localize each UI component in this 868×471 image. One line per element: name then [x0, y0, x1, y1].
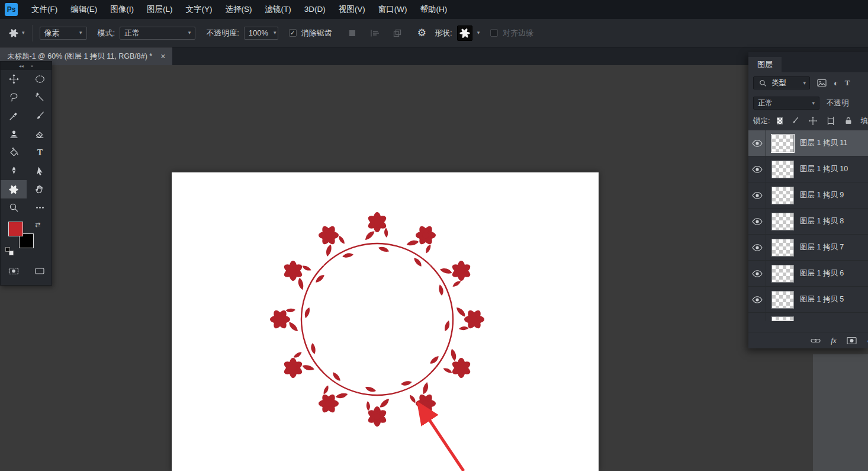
path-selection-tool[interactable]	[27, 162, 53, 180]
path-arrangement-icon[interactable]	[391, 27, 403, 39]
layer-row[interactable]: 图层 1 拷贝 6	[748, 261, 868, 287]
draw-mode-select[interactable]: 像素 ▾	[40, 27, 87, 40]
eraser-tool[interactable]	[27, 125, 53, 143]
tab-close-icon[interactable]: ×	[160, 52, 165, 61]
visibility-toggle[interactable]	[748, 156, 766, 182]
filter-type-icon[interactable]: T	[845, 78, 850, 88]
gear-icon[interactable]: ⚙	[417, 28, 426, 38]
collapse-panel-icon[interactable]: ◂◂	[19, 63, 24, 69]
blend-mode-select[interactable]: 正常 ▾	[120, 27, 195, 40]
close-panel-icon[interactable]: ×	[31, 63, 34, 69]
caret-down-icon[interactable]: ▾	[477, 30, 480, 36]
menu-select[interactable]: 选择(S)	[219, 0, 259, 19]
layer-thumbnail[interactable]	[771, 213, 794, 230]
visibility-toggle[interactable]	[748, 235, 766, 260]
path-alignment-icon[interactable]	[369, 27, 381, 39]
menu-type[interactable]: 文字(Y)	[179, 0, 219, 19]
layer-thumbnail[interactable]	[771, 239, 794, 257]
menu-layer[interactable]: 图层(L)	[140, 0, 179, 19]
visibility-toggle[interactable]	[748, 313, 766, 321]
layer-thumbnail[interactable]	[771, 265, 794, 283]
menu-edit[interactable]: 编辑(E)	[64, 0, 104, 19]
layer-row[interactable]: 图层 1 拷贝 8	[748, 209, 868, 235]
pen-tool[interactable]	[1, 162, 27, 180]
swap-colors-icon[interactable]: ⇄	[35, 221, 40, 229]
lock-transparency-icon[interactable]	[777, 117, 782, 124]
link-layers-icon[interactable]	[810, 335, 821, 346]
lock-row: 锁定: 填	[748, 113, 868, 130]
lock-pixels-icon[interactable]	[790, 116, 801, 126]
layer-row[interactable]: 图层 1 拷贝 5	[748, 287, 868, 313]
menu-filter[interactable]: 滤镜(T)	[259, 0, 298, 19]
lock-artboard-icon[interactable]	[825, 116, 836, 126]
more-tools-icon[interactable]	[27, 198, 53, 217]
align-edges-checkbox[interactable]	[490, 29, 498, 37]
menu-help[interactable]: 帮助(H)	[413, 0, 454, 19]
annotation-arrow	[406, 394, 471, 471]
layer-filter-select[interactable]: 类型 ▾	[753, 76, 810, 89]
menu-view[interactable]: 视图(V)	[332, 0, 372, 19]
layer-row[interactable]: 图层 1 拷贝 11	[748, 130, 868, 156]
path-operations-icon[interactable]	[346, 27, 358, 39]
menu-window[interactable]: 窗口(W)	[372, 0, 414, 19]
layer-row[interactable]: 图层 1 拷贝 10	[748, 156, 868, 182]
layers-panel-tab[interactable]: 图层	[748, 57, 782, 72]
layer-thumbnail[interactable]	[771, 161, 794, 178]
layer-thumbnail[interactable]	[771, 291, 794, 309]
screen-mode-icon[interactable]	[27, 262, 53, 280]
layers-panel: 图层 类型 ▾ ◐ T 正常 ▾ 不透明 锁定:	[748, 52, 868, 348]
layer-thumbnail[interactable]	[771, 316, 794, 321]
photoshop-logo-icon[interactable]: Ps	[5, 3, 18, 16]
tool-preset-picker[interactable]: ▾	[8, 28, 25, 39]
visibility-toggle[interactable]	[748, 287, 766, 312]
move-tool[interactable]	[1, 70, 27, 88]
layer-blend-mode-value: 正常	[758, 98, 773, 108]
foreground-color-swatch[interactable]	[8, 222, 23, 236]
tools-panel: ◂◂ ×	[0, 61, 52, 286]
layer-thumbnail[interactable]	[771, 134, 794, 152]
menu-image[interactable]: 图像(I)	[104, 0, 140, 19]
caret-down-icon: ▾	[22, 30, 25, 36]
brush-tool[interactable]	[27, 107, 53, 125]
lock-all-icon[interactable]	[843, 116, 854, 126]
panel-tab-bar: 图层	[748, 52, 868, 72]
lock-position-icon[interactable]	[808, 116, 818, 126]
layer-mask-icon[interactable]	[847, 335, 857, 346]
layer-style-icon[interactable]: fx	[831, 336, 836, 345]
default-colors-icon[interactable]	[5, 247, 14, 255]
custom-shape-tool[interactable]	[1, 180, 27, 198]
menu-3d[interactable]: 3D(D)	[298, 0, 332, 19]
layer-thumbnail[interactable]	[771, 187, 794, 204]
layer-name: 图层 1 拷贝 8	[800, 216, 844, 226]
menu-file[interactable]: 文件(F)	[25, 0, 64, 19]
filter-adjustment-icon[interactable]: ◐	[834, 79, 838, 87]
layer-blend-mode-select[interactable]: 正常 ▾	[753, 97, 819, 110]
antialias-checkbox[interactable]: ✓	[289, 29, 297, 37]
document-canvas[interactable]	[172, 172, 599, 471]
quick-mask-mode-icon[interactable]	[1, 262, 27, 280]
clone-stamp-tool[interactable]	[1, 125, 27, 143]
layer-row[interactable]: 图层 1 拷贝 7	[748, 235, 868, 261]
zoom-tool[interactable]	[1, 198, 27, 217]
draw-mode-value: 像素	[44, 28, 60, 39]
filter-image-icon[interactable]	[816, 78, 827, 88]
visibility-toggle[interactable]	[748, 182, 766, 208]
visibility-toggle[interactable]	[748, 261, 766, 286]
eyedropper-tool[interactable]	[1, 107, 27, 125]
opacity-select[interactable]: 100% ▾	[244, 27, 278, 40]
caret-down-icon: ▾	[274, 30, 277, 36]
layer-row[interactable]: 图层 1 拷贝 9	[748, 182, 868, 209]
layer-row[interactable]	[748, 313, 868, 321]
magic-wand-tool[interactable]	[27, 88, 53, 107]
elliptical-marquee-tool[interactable]	[27, 70, 53, 88]
lasso-tool[interactable]	[1, 88, 27, 107]
color-swatches: ⇄	[1, 219, 52, 262]
layer-filter-row: 类型 ▾ ◐ T	[748, 72, 868, 94]
shape-picker-swatch[interactable]	[457, 25, 472, 41]
paint-bucket-tool[interactable]	[1, 143, 27, 162]
hand-tool[interactable]	[27, 180, 53, 198]
tools-panel-header[interactable]: ◂◂ ×	[1, 62, 52, 70]
type-tool[interactable]: T	[27, 143, 53, 162]
visibility-toggle[interactable]	[748, 130, 766, 156]
visibility-toggle[interactable]	[748, 209, 766, 234]
